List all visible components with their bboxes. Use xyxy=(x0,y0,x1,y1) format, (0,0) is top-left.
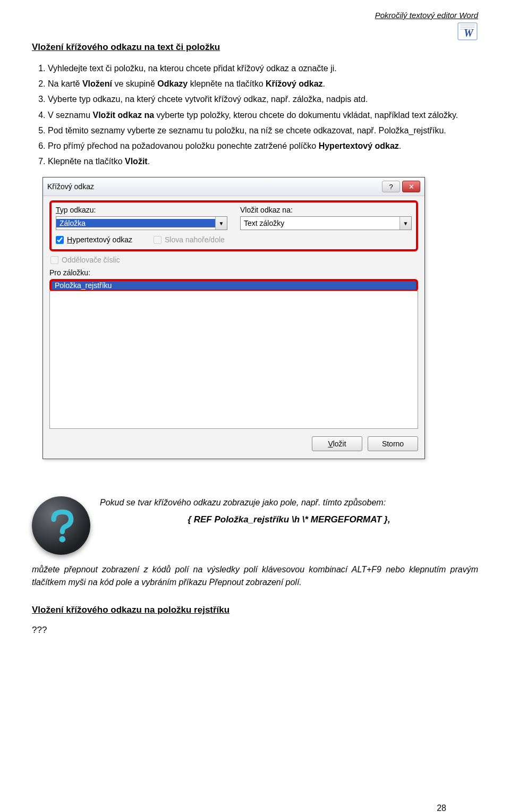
word-app-icon: W xyxy=(457,21,478,42)
hyperlink-checkbox[interactable]: Hypertextový odkaz xyxy=(56,235,132,244)
type-combobox[interactable]: Záložka ▼ xyxy=(56,216,227,230)
insert-combo-value: Text záložky xyxy=(241,219,400,227)
chevron-down-icon[interactable]: ▼ xyxy=(215,217,227,230)
crossref-dialog: Křížový odkaz ? ✕ Typ odkazu: Záložka ▼ … xyxy=(42,177,425,459)
cancel-button[interactable]: Storno xyxy=(368,436,418,451)
type-combo-value: Záložka xyxy=(56,219,215,227)
for-bookmark-label: Pro záložku: xyxy=(49,268,418,277)
help-button[interactable]: ? xyxy=(382,181,400,192)
section-title-1: Vložení křížového odkazu na text či polo… xyxy=(32,42,478,53)
bookmark-list-selected[interactable]: Položka_rejstříku xyxy=(52,281,115,290)
step-item: Klepněte na tlačítko Vložit. xyxy=(48,155,478,167)
tip-line1: Pokud se tvar křížového odkazu zobrazuje… xyxy=(100,496,478,509)
page-number: 28 xyxy=(437,803,446,812)
separator-checkbox-input xyxy=(50,256,58,264)
insert-label: Vložit odkaz na: xyxy=(240,206,412,214)
step-item: Pod těmito seznamy vyberte ze seznamu tu… xyxy=(48,124,478,137)
dialog-titlebar: Křížový odkaz ? ✕ xyxy=(43,177,424,196)
doc-header-subtitle: Pokročilý textový editor Word xyxy=(32,11,478,20)
step-item: V seznamu Vložit odkaz na vyberte typ po… xyxy=(48,109,478,121)
svg-text:W: W xyxy=(464,27,474,39)
highlight-box-top: Typ odkazu: Záložka ▼ Vložit odkaz na: T… xyxy=(49,200,418,251)
close-button[interactable]: ✕ xyxy=(402,181,420,192)
above-below-checkbox: Slova nahoře/dole xyxy=(154,235,225,244)
field-code-example: { REF Položka_rejstříku \h \* MERGEFORMA… xyxy=(100,514,478,525)
step-list: Vyhledejte text či položku, na kterou ch… xyxy=(48,62,478,167)
dialog-title: Křížový odkaz xyxy=(47,182,380,191)
svg-point-2 xyxy=(60,536,66,543)
step-item: Vyhledejte text či položku, na kterou ch… xyxy=(48,62,478,74)
above-below-checkbox-input xyxy=(154,236,162,244)
highlight-box-item: Položka_rejstříku xyxy=(49,279,418,292)
question-marks: ??? xyxy=(32,625,478,636)
hyperlink-checkbox-input[interactable] xyxy=(56,236,64,244)
step-item: Vyberte typ odkazu, na který chcete vytv… xyxy=(48,93,478,105)
question-tip-icon xyxy=(32,496,90,555)
insert-combobox[interactable]: Text záložky ▼ xyxy=(240,216,412,230)
chevron-down-icon[interactable]: ▼ xyxy=(400,217,411,230)
tip-line2: můžete přepnout zobrazení z kódů polí na… xyxy=(32,563,478,588)
step-item: Na kartě Vložení ve skupině Odkazy klepn… xyxy=(48,78,478,90)
separator-checkbox: Oddělovače číslic xyxy=(50,256,418,264)
step-item: Pro přímý přechod na požadovanou položku… xyxy=(48,140,478,152)
type-label: Typ odkazu: xyxy=(56,206,227,214)
bookmark-listbox[interactable] xyxy=(49,291,418,429)
section-title-2: Vložení křížového odkazu na položku rejs… xyxy=(32,605,478,615)
insert-button[interactable]: Vložit xyxy=(312,436,362,451)
